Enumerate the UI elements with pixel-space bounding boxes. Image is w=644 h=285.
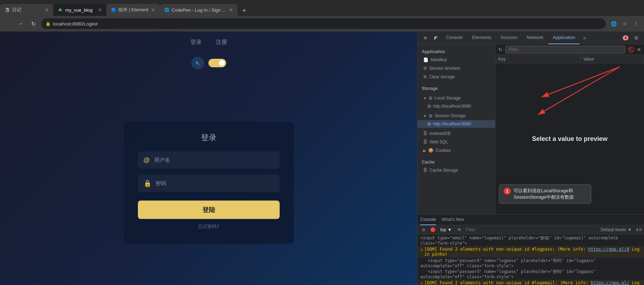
tab-favicon-diary: 📓 (4, 7, 10, 13)
nav-login-link[interactable]: 登录 (190, 39, 202, 46)
bookmark-button[interactable]: ☆ (620, 19, 630, 29)
forgot-password-link[interactable]: 忘记密码? (138, 223, 280, 230)
warning-link-2[interactable]: https://goo.gl/ (591, 280, 629, 285)
console-tab-whats-new[interactable]: What's New (442, 215, 464, 225)
local-storage-url-icon: ⊞ (427, 104, 431, 109)
console-eye-icon[interactable]: 👁 (455, 226, 463, 234)
console-tab-console[interactable]: Console (420, 215, 436, 225)
tab-bar: 📓 日记 ✕ my_vue_blog ✕ 🔵 组件 | Element ✕ 🌐 … (0, 0, 644, 16)
annotation-text: 可以看到现在LocalStorage和SessionStorage中都没有数据 (514, 188, 587, 200)
warning-link-1[interactable]: https://goo.gl/9 (588, 247, 629, 252)
tab-title-diary: 日记 (12, 7, 43, 13)
password-placeholder: 密码 (156, 180, 166, 187)
indexed-db-icon: 🗄 (423, 131, 427, 136)
tab-title-element: 组件 | Element (118, 7, 149, 13)
address-bar[interactable]: 🔒 localhost:8080/Login# (41, 18, 606, 29)
console-toolbar: ⊘ 🔴 top ▼ 👁 Default levels ▼ 4 h (418, 225, 644, 234)
svg-line-2 (542, 67, 620, 97)
sidebar-item-indexed-db[interactable]: 🗄 IndexedDB (418, 129, 495, 138)
browser-chrome: 📓 日记 ✕ my_vue_blog ✕ 🔵 组件 | Element ✕ 🌐 … (0, 0, 644, 32)
nav-register-link[interactable]: 注册 (216, 39, 227, 46)
tab-favicon-codepen: 🌐 (164, 7, 169, 13)
forward-button[interactable]: → (16, 19, 26, 29)
tab-application[interactable]: Application (548, 32, 579, 44)
tab-diary[interactable]: 📓 日记 ✕ (0, 4, 53, 16)
tab-close-element[interactable]: ✕ (151, 7, 155, 13)
console-msg-input-email: <input type="email" name="logemail" plac… (418, 235, 644, 246)
new-tab-button[interactable]: + (239, 5, 250, 16)
dark-mode-toggle: ↖ (0, 57, 417, 69)
sidebar-item-service-workers[interactable]: ⚙ Service Workers (418, 64, 495, 73)
annotation-tooltip: 1 可以看到现在LocalStorage和SessionStorage中都没有数… (499, 184, 591, 204)
filter-clear-icon[interactable]: 🚫 (628, 47, 634, 52)
filter-close-icon[interactable]: ✕ (637, 47, 641, 52)
cookies-chevron: ▶ (423, 149, 426, 153)
tab-close-myblog[interactable]: ✕ (98, 7, 102, 13)
devtools-body: Application 📄 Manifest ⚙ Service Workers… (418, 44, 644, 285)
theme-toggle-switch[interactable] (208, 59, 226, 67)
svg-line-3 (538, 67, 620, 115)
login-submit-button[interactable]: 登陆 (138, 201, 280, 219)
tab-close-codepen[interactable]: ✕ (229, 7, 233, 13)
console-clear-icon[interactable]: ⊘ (420, 226, 427, 234)
devtools-panel: ⭘ ◤ Console Elements Sources Network App… (417, 32, 644, 285)
devtools-settings-icon[interactable]: ⚙ (631, 33, 641, 43)
sidebar-item-manifest[interactable]: 📄 Manifest (418, 56, 495, 64)
table-header: Key Value (495, 55, 644, 63)
cookies-icon: 🍪 (428, 148, 433, 153)
console-levels-selector[interactable]: Default levels ▼ (600, 227, 632, 232)
tab-favicon-myblog (57, 7, 63, 13)
devtools-inspect-icon[interactable]: ⭘ (420, 33, 430, 43)
sidebar-item-local-storage[interactable]: ▼ ⊞ Local Storage (418, 94, 495, 102)
sidebar-item-session-storage-url[interactable]: ⊞ http://localhost:8080 (418, 120, 495, 128)
sidebar-header-storage: Storage (418, 84, 495, 92)
tab-network[interactable]: Network (522, 32, 548, 44)
login-card: 登录 @ 用户名 🔒 密码 登陆 忘记密码? (124, 122, 294, 244)
translate-button[interactable]: 🌐 (609, 19, 618, 29)
sidebar-item-clear-storage[interactable]: ⚙ Clear storage (418, 73, 495, 81)
sidebar-item-web-sql[interactable]: 🗄 Web SQL (418, 138, 495, 146)
console-preserve-icon[interactable]: 🔴 (429, 226, 437, 234)
tab-codepen[interactable]: 🌐 CodePen - Log In / Sign Up - ✕ (159, 4, 237, 16)
session-storage-icon: ⊞ (429, 113, 432, 118)
select-preview-text: Select a value to preview (532, 135, 607, 143)
warning-icon-1: ⚠ (420, 247, 423, 257)
tab-element[interactable]: 🔵 组件 | Element ✕ (106, 4, 159, 16)
password-icon: 🔒 (144, 179, 151, 187)
sidebar-item-cookies[interactable]: ▶ 🍪 Cookies (418, 146, 495, 155)
console-area: Console What's New ⊘ 🔴 top ▼ 👁 (418, 214, 644, 285)
lock-icon: 🔒 (45, 21, 51, 26)
devtools-more-tabs[interactable]: » (580, 35, 589, 41)
devtools-sidebar: Application 📄 Manifest ⚙ Service Workers… (418, 44, 495, 214)
refresh-button[interactable]: ↻ (28, 19, 38, 29)
console-messages: <input type="email" name="logemail" plac… (418, 234, 644, 285)
filter-input[interactable] (505, 46, 625, 53)
username-field[interactable]: @ 用户名 (138, 152, 280, 169)
console-line-count: 4 h (636, 227, 642, 232)
manifest-icon: 📄 (423, 57, 429, 62)
console-filter-input[interactable] (465, 227, 599, 232)
sidebar-item-session-storage[interactable]: ▼ ⊞ Session Storage (418, 112, 495, 120)
tab-close-diary[interactable]: ✕ (45, 7, 49, 13)
devtools-right-panel: ↻ 🚫 ✕ Key Value Select a value to previe… (495, 44, 644, 214)
username-icon: @ (144, 156, 150, 164)
tab-sources[interactable]: Sources (496, 32, 522, 44)
filter-refresh-icon[interactable]: ↻ (498, 47, 503, 52)
tab-console[interactable]: Console (442, 32, 467, 44)
console-context-selector[interactable]: top ▼ (438, 227, 454, 232)
devtools-tab-bar: ⭘ ◤ Console Elements Sources Network App… (418, 32, 644, 44)
sidebar-item-local-storage-url[interactable]: ⊞ http://localhost:8080 (418, 102, 495, 110)
cache-storage-icon: 🗄 (423, 168, 427, 173)
svg-marker-0 (58, 8, 62, 11)
levels-chevron-down-icon: ▼ (627, 227, 632, 232)
back-button[interactable]: ← (3, 19, 13, 29)
context-chevron-down-icon: ▼ (448, 227, 452, 232)
password-field[interactable]: 🔒 密码 (138, 175, 280, 192)
tab-myblog[interactable]: my_vue_blog ✕ (53, 4, 106, 16)
devtools-device-icon[interactable]: ◤ (431, 33, 441, 43)
username-placeholder: 用户名 (154, 157, 170, 164)
tab-elements[interactable]: Elements (468, 32, 495, 44)
sidebar-item-cache-storage[interactable]: 🗄 Cache Storage (418, 166, 495, 175)
annotation-number: 1 (504, 188, 511, 195)
menu-button[interactable]: ⋮ (631, 19, 641, 29)
